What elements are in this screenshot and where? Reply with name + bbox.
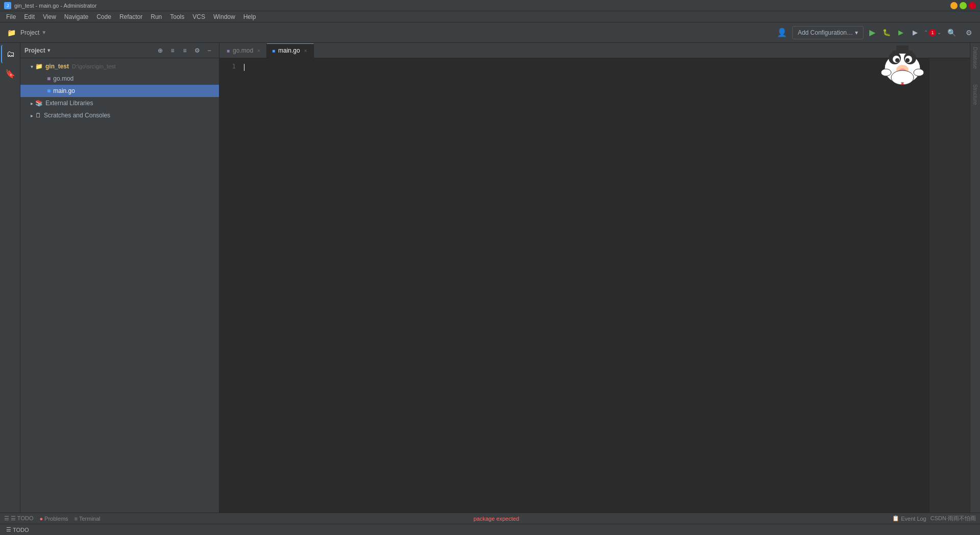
tree-item-path: D:\go\src\gin_test bbox=[72, 63, 116, 69]
status-center: package expected bbox=[474, 516, 519, 522]
debug-button[interactable]: 🐛 bbox=[881, 27, 892, 38]
search-button[interactable]: 🔍 bbox=[944, 26, 959, 40]
run-icon: ▶ bbox=[869, 28, 875, 37]
toolbar-right: 👤 Add Configuration… ▾ ▶ 🐛 ▶ ▶ ⌃ 1 ⌄ 🔍 bbox=[775, 26, 976, 40]
status-left: ☰ ☰ TODO ● Problems ≡ Terminal bbox=[4, 515, 101, 522]
tab-close-main-go[interactable]: × bbox=[303, 47, 308, 54]
line-numbers: 1 bbox=[219, 58, 240, 513]
menu-bar: File Edit View Navigate Code Refactor Ru… bbox=[0, 11, 980, 22]
chevron-down-icon: ▾ bbox=[31, 64, 33, 69]
problems-button[interactable]: ● Problems bbox=[39, 516, 68, 522]
project-panel-title[interactable]: Project ▾ bbox=[24, 47, 50, 54]
tree-item-label: gin_test bbox=[45, 63, 69, 70]
structure-strip-button[interactable]: Structure bbox=[971, 82, 979, 107]
tree-item-gin-test[interactable]: ▾ 📁 gin_test D:\go\src\gin_test bbox=[20, 60, 219, 72]
terminal-label: Terminal bbox=[79, 516, 101, 522]
notification-up: ⌃ bbox=[924, 30, 928, 35]
menu-run[interactable]: Run bbox=[146, 12, 166, 21]
settings-button[interactable]: ⚙ bbox=[962, 26, 976, 40]
menu-view[interactable]: View bbox=[39, 12, 60, 21]
close-button[interactable]: × bbox=[969, 2, 976, 9]
maximize-button[interactable]: □ bbox=[960, 2, 967, 9]
title-bar-left: J gin_test - main.go - Administrator bbox=[4, 2, 96, 9]
menu-help[interactable]: Help bbox=[239, 12, 260, 21]
project-label[interactable]: Project bbox=[20, 29, 39, 36]
project-title-text: Project bbox=[24, 47, 45, 54]
folder-icon: 📁 bbox=[35, 63, 43, 70]
profile-icon: ▶ bbox=[913, 29, 918, 36]
menu-code[interactable]: Code bbox=[92, 12, 115, 21]
bookmark-icon: 🔖 bbox=[5, 69, 15, 79]
project-panel-toolbar: ⊕ ≡ ≡ ⚙ − bbox=[155, 45, 215, 56]
terminal-icon: ≡ bbox=[75, 516, 78, 522]
chevron-right-icon: ▸ bbox=[31, 101, 33, 106]
tree-item-go-mod[interactable]: ■ go.mod bbox=[20, 72, 219, 85]
project-panel: Project ▾ ⊕ ≡ ≡ ⚙ − ▾ 📁 gin_test D:\go\s… bbox=[20, 43, 219, 513]
notification-badge[interactable]: 1 bbox=[929, 29, 936, 36]
tab-file-icon: ■ bbox=[227, 48, 230, 54]
project-settings-button[interactable]: ⚙ bbox=[191, 45, 203, 56]
add-config-label: Add Configuration… bbox=[798, 29, 853, 36]
run-coverage-icon: ▶ bbox=[898, 29, 903, 36]
menu-vcs[interactable]: VCS bbox=[188, 12, 209, 21]
database-strip-button[interactable]: Database bbox=[971, 45, 979, 71]
bookmarks-activity-button[interactable]: 🔖 bbox=[1, 64, 19, 83]
todo-bottom-button[interactable]: ☰ TODO bbox=[4, 525, 31, 535]
right-tool-strip: Database Structure bbox=[970, 43, 980, 513]
csdn-link[interactable]: CSDN·雨雨不怕雨 bbox=[930, 515, 976, 522]
tree-item-external-libs[interactable]: ▸ 📚 External Libraries bbox=[20, 97, 219, 109]
event-log-button[interactable]: 📋 Event Log bbox=[892, 515, 926, 522]
tree-item-label: External Libraries bbox=[45, 100, 93, 107]
config-chevron: ▾ bbox=[855, 29, 858, 36]
minimize-button[interactable]: − bbox=[950, 2, 958, 9]
window-title: gin_test - main.go - Administrator bbox=[14, 3, 96, 9]
tab-main-go[interactable]: ■ main.go × bbox=[267, 43, 314, 58]
project-view-button[interactable]: 📁 bbox=[4, 26, 18, 40]
tree-item-main-go[interactable]: ■ main.go bbox=[20, 85, 219, 97]
library-icon: 📚 bbox=[35, 100, 43, 107]
menu-file[interactable]: File bbox=[2, 12, 20, 21]
menu-navigate[interactable]: Navigate bbox=[60, 12, 92, 21]
code-editor[interactable] bbox=[240, 58, 929, 513]
todo-label: ☰ TODO bbox=[11, 515, 33, 522]
project-tree: ▾ 📁 gin_test D:\go\src\gin_test ■ go.mod… bbox=[20, 58, 219, 513]
folder-icon: 📁 bbox=[7, 29, 16, 37]
main-toolbar: 📁 Project ▼ 👤 Add Configuration… ▾ ▶ 🐛 ▶… bbox=[0, 22, 980, 43]
expand-button[interactable]: ≡ bbox=[167, 45, 178, 56]
project-activity-button[interactable]: 🗂 bbox=[1, 45, 19, 63]
window-controls: − □ × bbox=[950, 2, 976, 9]
tab-go-mod[interactable]: ■ go.mod × bbox=[222, 43, 267, 58]
file-icon-mod: ■ bbox=[47, 75, 51, 82]
collapse-all-button[interactable]: ⊕ bbox=[155, 45, 166, 56]
add-configuration-button[interactable]: Add Configuration… ▾ bbox=[792, 26, 864, 39]
tree-item-label: main.go bbox=[53, 87, 75, 94]
csdn-label: CSDN·雨雨不怕雨 bbox=[930, 515, 976, 522]
project-title-chevron: ▾ bbox=[47, 47, 50, 53]
notification-down: ⌄ bbox=[937, 30, 941, 35]
tree-item-label: Scratches and Consoles bbox=[44, 112, 110, 119]
run-button[interactable]: ▶ bbox=[867, 27, 878, 38]
hide-panel-button[interactable]: − bbox=[204, 45, 215, 56]
sort-button[interactable]: ≡ bbox=[179, 45, 190, 56]
menu-edit[interactable]: Edit bbox=[20, 12, 39, 21]
project-header: Project ▾ ⊕ ≡ ≡ ⚙ − bbox=[20, 43, 219, 58]
activity-bar: 🗂 🔖 bbox=[0, 43, 20, 513]
tab-label: main.go bbox=[278, 47, 300, 54]
project-tree-icon: 🗂 bbox=[7, 50, 15, 59]
tab-close-go-mod[interactable]: × bbox=[256, 47, 261, 54]
account-icon: 👤 bbox=[777, 28, 787, 37]
account-button[interactable]: 👤 bbox=[775, 26, 789, 40]
menu-window[interactable]: Window bbox=[209, 12, 239, 21]
terminal-button[interactable]: ≡ Terminal bbox=[75, 516, 101, 522]
line-number-1: 1 bbox=[219, 62, 236, 70]
problems-label: Problems bbox=[44, 516, 68, 522]
problems-error-icon: ● bbox=[39, 516, 43, 522]
run-coverage-button[interactable]: ▶ bbox=[895, 27, 906, 38]
menu-refactor[interactable]: Refactor bbox=[115, 12, 146, 21]
menu-tools[interactable]: Tools bbox=[166, 12, 188, 21]
tree-item-scratches[interactable]: ▸ 🗒 Scratches and Consoles bbox=[20, 109, 219, 121]
profile-button[interactable]: ▶ bbox=[910, 27, 921, 38]
todo-button[interactable]: ☰ ☰ TODO bbox=[4, 515, 33, 522]
toolbar-left: 📁 Project ▼ bbox=[4, 26, 46, 40]
todo-bottom-label: TODO bbox=[13, 527, 29, 533]
